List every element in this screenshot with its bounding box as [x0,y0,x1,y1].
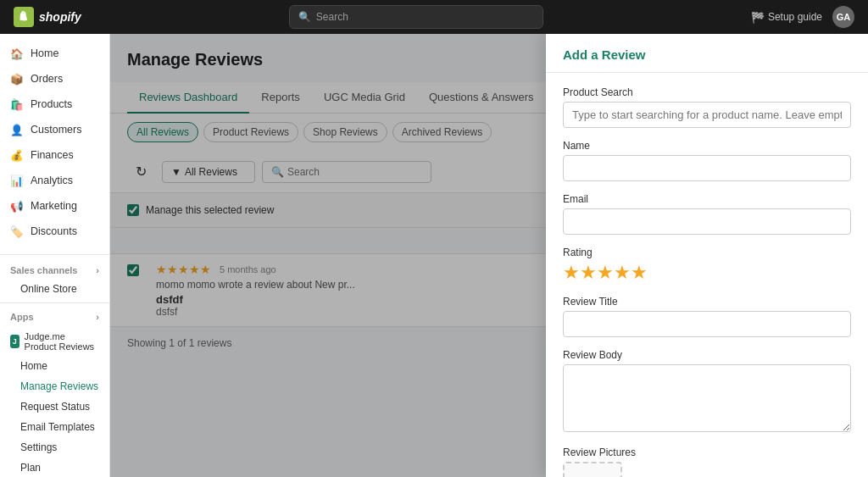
review-body-textarea[interactable] [563,364,851,432]
judge-app-row[interactable]: J Judge.me Product Reviews [0,327,109,356]
sidebar-item-label: Marketing [31,200,77,212]
email-group: Email [563,193,851,235]
setup-guide-label: Setup guide [768,11,822,23]
sidebar-sub-settings[interactable]: Settings [0,437,109,458]
sidebar-item-label: Orders [31,73,63,85]
sidebar-sub-plan[interactable]: Plan [0,458,109,477]
avatar[interactable]: GA [832,6,854,28]
review-body-label: Review Body [563,349,851,361]
review-pictures-group: Review Pictures 📷 [563,446,851,477]
discounts-icon: 🏷️ [10,225,24,238]
sidebar: 🏠 Home 📦 Orders 🛍️ Products 👤 Customers … [0,34,110,477]
sidebar-item-customers[interactable]: 👤 Customers [0,117,109,142]
review-title-label: Review Title [563,296,851,308]
sidebar-item-label: Products [31,98,72,110]
sidebar-item-label: Analytics [31,175,73,186]
sidebar-item-home[interactable]: 🏠 Home [0,41,109,66]
customers-icon: 👤 [10,123,24,136]
sidebar-item-orders[interactable]: 📦 Orders [0,66,109,92]
shopify-logo-icon [14,7,34,27]
analytics-icon: 📊 [10,174,24,187]
finances-icon: 💰 [10,148,24,162]
apps-label: Apps [10,312,34,322]
topbar-right: 🏁 Setup guide GA [751,6,854,28]
name-input[interactable] [563,155,851,181]
email-input[interactable] [563,208,851,235]
sidebar-item-label: Home [31,47,58,59]
judge-icon: J [10,335,19,348]
sidebar-item-marketing[interactable]: 📢 Marketing [0,193,109,219]
rating-stars[interactable]: ★★★★★ [563,262,851,284]
sidebar-nav: 🏠 Home 📦 Orders 🛍️ Products 👤 Customers … [0,34,109,251]
sidebar-sub-home[interactable]: Home [0,356,109,376]
modal-title: Add a Review [563,47,646,62]
sidebar-item-discounts[interactable]: 🏷️ Discounts [0,219,109,244]
sales-channels-section: Sales channels › [0,258,109,279]
sidebar-item-products[interactable]: 🛍️ Products [0,92,109,117]
main-layout: 🏠 Home 📦 Orders 🛍️ Products 👤 Customers … [0,34,868,477]
review-title-input[interactable] [563,311,851,337]
sidebar-sub-request-status[interactable]: Request Status [0,397,109,417]
email-label: Email [563,193,851,205]
review-pictures-label: Review Pictures [563,446,851,458]
review-body-group: Review Body [563,349,851,435]
review-title-group: Review Title [563,296,851,337]
search-label: Search [316,11,348,23]
orders-icon: 📦 [10,72,24,86]
flag-icon: 🏁 [751,11,765,24]
sales-channels-label: Sales channels [10,265,78,275]
sidebar-item-label: Discounts [31,225,77,237]
marketing-icon: 📢 [10,199,24,213]
setup-guide[interactable]: 🏁 Setup guide [751,11,822,24]
name-label: Name [563,140,851,152]
shopify-logo: shopify [14,7,81,27]
sidebar-divider [0,254,109,255]
apps-expand-icon[interactable]: › [96,312,99,322]
content-area: Manage Reviews Add a Review Import & Rev… [110,34,868,477]
search-icon: 🔍 [298,11,311,23]
sidebar-item-online-store[interactable]: Online Store [0,279,109,299]
topbar-search[interactable]: 🔍 Search [289,5,543,29]
product-search-input[interactable] [563,102,851,128]
topbar: shopify 🔍 Search 🏁 Setup guide GA [0,0,868,34]
online-store-label: Online Store [20,283,77,295]
home-icon: 🏠 [10,47,24,60]
modal-header: Add a Review [546,34,868,73]
product-search-label: Product Search [563,86,851,98]
add-review-modal: Add a Review Product Search Name Email R… [546,34,868,477]
judge-app-name: Judge.me Product Reviews [25,331,99,352]
modal-body: Product Search Name Email Rating ★★★★★ R… [546,73,868,477]
sidebar-item-analytics[interactable]: 📊 Analytics [0,168,109,193]
rating-group: Rating ★★★★★ [563,247,851,284]
product-search-group: Product Search [563,86,851,128]
topbar-left: shopify [14,7,81,27]
sidebar-sub-email-templates[interactable]: Email Templates [0,417,109,437]
sidebar-divider-2 [0,302,109,303]
sidebar-item-label: Customers [31,124,81,136]
apps-section-header: Apps › [0,307,109,327]
sidebar-sub-manage-reviews[interactable]: Manage Reviews [0,376,109,397]
shopify-logo-text: shopify [39,10,81,24]
sidebar-item-label: Finances [31,149,74,161]
picture-upload[interactable]: 📷 [563,462,622,477]
products-icon: 🛍️ [10,97,24,111]
rating-label: Rating [563,247,851,258]
expand-icon[interactable]: › [96,265,99,275]
sidebar-item-finances[interactable]: 💰 Finances [0,142,109,168]
name-group: Name [563,140,851,181]
